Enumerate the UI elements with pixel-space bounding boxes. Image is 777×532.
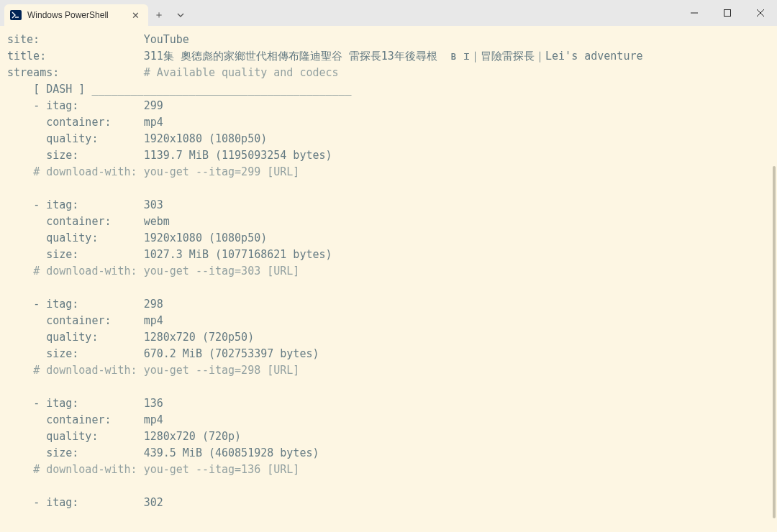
label-container: container: — [46, 116, 111, 129]
container-1: webm — [144, 215, 170, 228]
quality-2: 1280x720 (720p50) — [144, 331, 255, 344]
size-3: 439.5 MiB (460851928 bytes) — [144, 446, 319, 459]
close-window-button[interactable] — [744, 1, 777, 24]
size-1: 1027.3 MiB (1077168621 bytes) — [144, 248, 332, 261]
label-container: container: — [46, 314, 111, 327]
quality-0: 1920x1080 (1080p50) — [144, 132, 268, 145]
titlebar: Windows PowerShell ✕ ＋ — [0, 0, 777, 26]
value-title: 311集 奧德彪的家鄉世代相傳布隆迪聖谷 雷探長13年後尋根 ʙ ɪ｜冒險雷探長… — [144, 50, 643, 63]
label-quality: quality: — [46, 132, 98, 145]
itag-3: 136 — [144, 397, 163, 410]
label-itag: - itag: — [33, 298, 78, 311]
label-size: size: — [46, 347, 78, 360]
svg-rect-0 — [10, 10, 22, 20]
label-itag: - itag: — [33, 99, 78, 112]
quality-3: 1280x720 (720p) — [144, 430, 241, 443]
itag-0: 299 — [144, 99, 163, 112]
label-streams: streams: — [7, 66, 59, 79]
itag-4: 302 — [144, 496, 163, 509]
label-itag: - itag: — [33, 397, 78, 410]
label-container: container: — [46, 215, 111, 228]
label-site: site: — [7, 33, 40, 46]
label-size: size: — [46, 149, 78, 162]
label-size: size: — [46, 446, 78, 459]
container-2: mp4 — [144, 314, 163, 327]
container-0: mp4 — [144, 116, 163, 129]
tabs-area: Windows PowerShell ✕ ＋ — [0, 0, 191, 26]
label-quality: quality: — [46, 231, 98, 244]
value-site: YouTube — [144, 33, 189, 46]
svg-rect-2 — [724, 10, 731, 17]
label-itag: - itag: — [33, 198, 78, 211]
download-3: # download-with: you-get --itag=136 [URL… — [33, 463, 299, 476]
container-3: mp4 — [144, 413, 163, 426]
minimize-button[interactable] — [678, 1, 711, 24]
size-2: 670.2 MiB (702753397 bytes) — [144, 347, 319, 360]
size-0: 1139.7 MiB (1195093254 bytes) — [144, 149, 332, 162]
download-1: # download-with: you-get --itag=303 [URL… — [33, 265, 299, 278]
close-tab-icon[interactable]: ✕ — [130, 9, 141, 21]
label-size: size: — [46, 248, 78, 261]
streams-comment: # Available quality and codecs — [144, 66, 339, 79]
new-tab-button[interactable]: ＋ — [148, 4, 170, 26]
scrollbar[interactable] — [773, 166, 776, 518]
tab-title: Windows PowerShell — [27, 10, 124, 20]
label-quality: quality: — [46, 331, 98, 344]
tab-powershell[interactable]: Windows PowerShell ✕ — [4, 4, 148, 26]
quality-1: 1920x1080 (1080p50) — [144, 231, 268, 244]
tab-dropdown-button[interactable] — [170, 4, 191, 26]
label-title: title: — [7, 50, 46, 63]
label-quality: quality: — [46, 430, 98, 443]
powershell-icon — [10, 9, 22, 21]
itag-1: 303 — [144, 198, 163, 211]
label-container: container: — [46, 413, 111, 426]
window-controls — [678, 0, 777, 26]
itag-2: 298 — [144, 298, 163, 311]
dash-header: [ DASH ] _______________________________… — [33, 83, 352, 96]
terminal-output[interactable]: site: YouTube title: 311集 奧德彪的家鄉世代相傳布隆迪聖… — [0, 26, 777, 532]
download-0: # download-with: you-get --itag=299 [URL… — [33, 165, 299, 178]
label-itag: - itag: — [33, 496, 78, 509]
maximize-button[interactable] — [711, 1, 744, 24]
download-2: # download-with: you-get --itag=298 [URL… — [33, 364, 299, 377]
